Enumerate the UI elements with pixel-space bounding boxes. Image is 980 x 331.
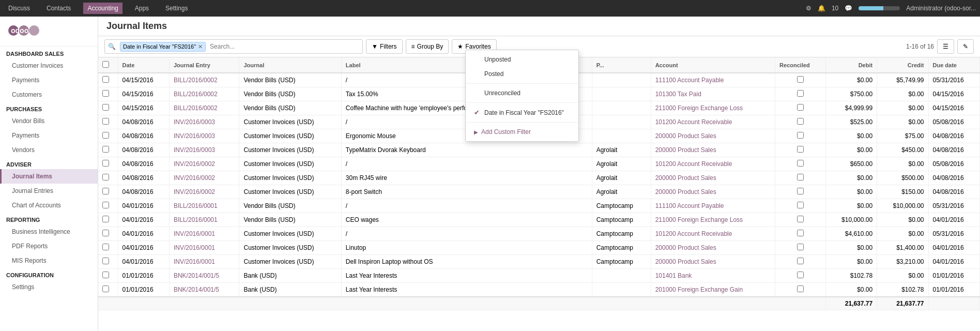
topbar-discuss[interactable]: Discuss bbox=[4, 3, 34, 14]
row-entry-link[interactable]: INV/2016/0001 bbox=[174, 230, 215, 237]
row-account-link[interactable]: 200000 Product Sales bbox=[655, 188, 716, 195]
list-view-button[interactable]: ☰ bbox=[937, 39, 954, 54]
col-credit[interactable]: Credit bbox=[877, 57, 928, 73]
row-reconciled-check[interactable] bbox=[797, 272, 804, 278]
col-due-date[interactable]: Due date bbox=[928, 57, 979, 73]
sidebar-item-journal-items[interactable]: Journal Items bbox=[0, 169, 98, 184]
row-account-link[interactable]: 101200 Account Receivable bbox=[655, 118, 732, 126]
sidebar-item-vendors[interactable]: Vendors bbox=[0, 143, 98, 157]
row-checkbox[interactable] bbox=[102, 174, 109, 180]
row-checkbox[interactable] bbox=[102, 285, 109, 292]
row-entry-link[interactable]: BILL/2016/0001 bbox=[174, 202, 218, 209]
sidebar-item-business-intelligence[interactable]: Business Intelligence bbox=[0, 224, 98, 239]
row-entry-link[interactable]: BILL/2016/0001 bbox=[174, 216, 218, 223]
topbar-settings[interactable]: Settings bbox=[161, 3, 192, 14]
row-reconciled-check[interactable] bbox=[797, 160, 804, 167]
row-entry-link[interactable]: BILL/2016/0002 bbox=[174, 104, 218, 112]
sidebar-item-customer-invoices[interactable]: Customer Invoices bbox=[0, 58, 98, 73]
row-account-link[interactable]: 101200 Account Receivable bbox=[655, 230, 732, 237]
row-checkbox[interactable] bbox=[102, 188, 109, 194]
col-journal-entry[interactable]: Journal Entry bbox=[169, 57, 239, 73]
row-checkbox[interactable] bbox=[102, 202, 109, 208]
row-account-link[interactable]: 200000 Product Sales bbox=[655, 244, 716, 251]
row-account-link[interactable]: 200000 Product Sales bbox=[655, 146, 716, 154]
row-account-link[interactable]: 201000 Foreign Exchange Gain bbox=[655, 286, 743, 293]
row-account-link[interactable]: 200000 Product Sales bbox=[655, 174, 716, 182]
sidebar-item-customers[interactable]: Customers bbox=[0, 87, 98, 102]
filter-date-fy[interactable]: ✔ Date in Fiscal Year "FS2016" bbox=[466, 105, 578, 120]
row-entry-link[interactable]: BNK/2014/001/5 bbox=[174, 272, 219, 279]
row-reconciled-check[interactable] bbox=[797, 285, 804, 292]
row-checkbox[interactable] bbox=[102, 146, 109, 153]
row-reconciled-check[interactable] bbox=[797, 90, 804, 97]
sidebar-item-payments-purchase[interactable]: Payments bbox=[0, 128, 98, 143]
row-entry-link[interactable]: INV/2016/0001 bbox=[174, 244, 215, 251]
row-checkbox[interactable] bbox=[102, 244, 109, 250]
row-checkbox[interactable] bbox=[102, 132, 109, 139]
row-account-link[interactable]: 200000 Product Sales bbox=[655, 258, 716, 265]
row-entry-link[interactable]: INV/2016/0002 bbox=[174, 188, 215, 195]
row-checkbox[interactable] bbox=[102, 76, 109, 83]
row-reconciled-check[interactable] bbox=[797, 174, 804, 180]
row-reconciled-check[interactable] bbox=[797, 230, 804, 236]
sidebar-item-payments-sales[interactable]: Payments bbox=[0, 73, 98, 87]
sidebar-item-chart-of-accounts[interactable]: Chart of Accounts bbox=[0, 198, 98, 213]
group-by-button[interactable]: ≡ Group By bbox=[406, 39, 449, 54]
search-tag-close-icon[interactable]: ✕ bbox=[198, 43, 203, 50]
row-reconciled-check[interactable] bbox=[797, 146, 804, 153]
row-account-link[interactable]: 200000 Product Sales bbox=[655, 132, 716, 140]
row-reconciled-check[interactable] bbox=[797, 104, 804, 111]
row-reconciled-check[interactable] bbox=[797, 244, 804, 250]
row-entry-link[interactable]: INV/2016/0002 bbox=[174, 160, 215, 168]
row-reconciled-check[interactable] bbox=[797, 76, 804, 83]
row-account-link[interactable]: 101300 Tax Paid bbox=[655, 91, 701, 98]
search-input[interactable] bbox=[207, 43, 362, 50]
row-entry-link[interactable]: BILL/2016/0002 bbox=[174, 91, 218, 98]
row-entry-link[interactable]: INV/2016/0001 bbox=[174, 258, 215, 265]
sidebar-item-mis-reports[interactable]: MIS Reports bbox=[0, 253, 98, 268]
row-checkbox[interactable] bbox=[102, 258, 109, 264]
row-account-link[interactable]: 211000 Foreign Exchange Loss bbox=[655, 104, 743, 112]
row-account-link[interactable]: 101200 Account Receivable bbox=[655, 160, 732, 168]
row-reconciled-check[interactable] bbox=[797, 188, 804, 194]
row-account-link[interactable]: 111100 Account Payable bbox=[655, 202, 724, 209]
add-custom-filter[interactable]: ▶ Add Custom Filter bbox=[466, 125, 578, 139]
row-checkbox[interactable] bbox=[102, 104, 109, 111]
row-entry-link[interactable]: INV/2016/0003 bbox=[174, 132, 215, 140]
settings-icon[interactable]: ⚙ bbox=[806, 5, 811, 12]
filter-unreconciled[interactable]: Unreconciled bbox=[466, 86, 578, 100]
sidebar-item-vendor-bills[interactable]: Vendor Bills bbox=[0, 114, 98, 128]
row-reconciled-check[interactable] bbox=[797, 132, 804, 139]
topbar-apps[interactable]: Apps bbox=[131, 3, 153, 14]
sidebar-item-journal-entries[interactable]: Journal Entries bbox=[0, 184, 98, 198]
col-reconciled[interactable]: Reconciled bbox=[775, 57, 826, 73]
row-reconciled-check[interactable] bbox=[797, 202, 804, 208]
filter-unposted[interactable]: Unposted bbox=[466, 52, 578, 67]
notification-icon[interactable]: 🔔 bbox=[818, 5, 825, 12]
chat-icon[interactable]: 💬 bbox=[845, 5, 852, 12]
row-entry-link[interactable]: INV/2016/0002 bbox=[174, 174, 215, 182]
row-reconciled-check[interactable] bbox=[797, 258, 804, 264]
topbar-contacts[interactable]: Contacts bbox=[42, 3, 75, 14]
sidebar-item-settings[interactable]: Settings bbox=[0, 280, 98, 294]
col-journal[interactable]: Journal bbox=[239, 57, 341, 73]
row-reconciled-check[interactable] bbox=[797, 118, 804, 125]
row-checkbox[interactable] bbox=[102, 90, 109, 97]
row-reconciled-check[interactable] bbox=[797, 216, 804, 222]
form-view-button[interactable]: ✎ bbox=[957, 39, 974, 54]
row-account-link[interactable]: 111100 Account Payable bbox=[655, 77, 724, 84]
row-entry-link[interactable]: INV/2016/0003 bbox=[174, 146, 215, 154]
col-date[interactable]: Date bbox=[118, 57, 169, 73]
row-checkbox[interactable] bbox=[102, 216, 109, 222]
filter-posted[interactable]: Posted bbox=[466, 67, 578, 81]
col-account[interactable]: Account bbox=[651, 57, 775, 73]
row-entry-link[interactable]: INV/2016/0003 bbox=[174, 118, 215, 126]
topbar-accounting[interactable]: Accounting bbox=[83, 3, 122, 14]
search-bar[interactable]: 🔍 Date in Fiscal Year "FS2016" ✕ bbox=[104, 39, 363, 54]
filters-button[interactable]: ▼ Filters bbox=[366, 39, 403, 54]
row-entry-link[interactable]: BILL/2016/0002 bbox=[174, 77, 218, 84]
row-checkbox[interactable] bbox=[102, 272, 109, 278]
row-account-link[interactable]: 101401 Bank bbox=[655, 272, 692, 279]
row-account-link[interactable]: 211000 Foreign Exchange Loss bbox=[655, 216, 743, 223]
col-partner[interactable]: P... bbox=[592, 57, 651, 73]
